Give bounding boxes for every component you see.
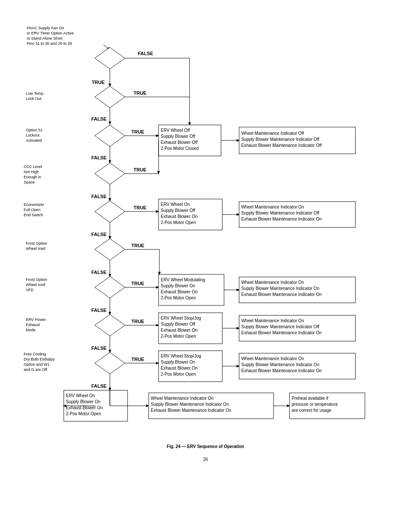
erv-sj-sboff-line4: 2-Pos Motor Open [161, 334, 196, 339]
false-label-d1: FALSE [138, 51, 153, 56]
diamond-5 [95, 201, 125, 222]
diamond-3 [95, 125, 125, 146]
diamond-4 [95, 163, 125, 184]
erv-sj-sbon-line4: 2-Pos Motor Open [161, 372, 196, 376]
erv-off-line3: Exhaust Blower Off [161, 140, 198, 145]
erv-mod-line3: Exhaust Blower On [161, 289, 198, 294]
low-temp-label-2: Lock Out [26, 96, 42, 101]
preheat-line3: are correct for usage [292, 408, 332, 413]
erv-off-line4: 2-Pos Motor Closed [161, 146, 199, 151]
erv-sj-sbon-line2: Supply Blower On [161, 360, 195, 364]
erv-final-line2: Supply Blower On [66, 399, 100, 404]
erv-mod-line1: ERV Wheel Modulating [161, 277, 205, 282]
maint-final-line2: Supply Blower Maintenance Indicator On [151, 402, 229, 407]
erv-mod-line4: 2-Pos Motor Open [161, 296, 196, 300]
maint-on-sboff-line1: Wheel Maintenance Indicator On [241, 205, 304, 209]
co2-label-3: Enough in [24, 175, 41, 179]
erv-sj-sbon-line3: Exhaust Blower On [161, 366, 198, 370]
erv-sj-sboff-line3: Exhaust Blower On [161, 328, 198, 333]
erv-sj-sbon-line1: ERV Wheel Stop/Jog [161, 354, 201, 358]
true-label-d2: TRUE [134, 90, 146, 96]
top-annotation-4: Pins 31 to 30 and 29 to 28 [27, 41, 72, 46]
false-label-d7: FALSE [91, 308, 106, 313]
maint-on-sboff2-line1: Wheel Maintenance Indicator On [241, 318, 304, 323]
maint-on-sboff-line3: Exhaust Blower Maintenance Indicator On [241, 217, 322, 221]
true-label-d5: TRUE [134, 205, 146, 210]
maint-on-sbon2-line3: Exhaust Blower Maintenance Indicator On [241, 368, 322, 373]
false-label-d2: FALSE [91, 116, 106, 121]
maint-on-sbon2-line2: Supply Blower Maintenance Indicator On [241, 362, 319, 367]
diamond-7 [95, 277, 125, 298]
false-label-d6: FALSE [91, 270, 106, 275]
free-cool-label-2: Dry Bulb Enthalpy [24, 357, 55, 361]
diamond-8 [95, 314, 125, 336]
econ-label-3: End Switch [24, 213, 43, 217]
maint-on-sboff2-line3: Exhaust Blower Maintenance Indicator On [241, 330, 322, 335]
true-label-d4: TRUE [134, 167, 146, 172]
option51-label: Option 51 [26, 128, 43, 132]
maint-off-line1: Wheel Maintenance Indicator Off [241, 131, 304, 136]
maint-on-sboff-line2: Supply Blower Maintenance Indicator Off [241, 211, 319, 215]
option51-label-2: Lockout [26, 133, 40, 137]
erv-off-line2: Supply Blower Off [161, 134, 195, 139]
diamond-9 [95, 352, 125, 374]
diamond-1 [95, 47, 125, 69]
top-annotation-3: or Stand Alone Short [27, 36, 63, 40]
maint-off-line2: Supply Blower Maintenance Indicator Off [241, 137, 319, 142]
false-label-d5: FALSE [91, 232, 106, 237]
frost2-label: Frost Option [26, 277, 47, 282]
erv-sb-off-line2: Supply Blower Off [161, 208, 195, 213]
erv-sj-sboff-line2: Supply Blower Off [161, 322, 195, 327]
erv-power-label: ERV Power [26, 317, 46, 322]
frost1-label-2: Wheel Iced [26, 246, 45, 251]
option51-label-3: Activated [26, 138, 42, 143]
false-label-d8: FALSE [91, 345, 106, 351]
frost2-label-2: Wheel Iced [26, 283, 45, 287]
erv-mod-line2: Supply Blower On [161, 283, 195, 288]
false-label-d9: FALSE [91, 383, 106, 389]
page-number: 26 [203, 457, 208, 462]
erv-sb-off-line3: Exhaust Blower On [161, 214, 198, 219]
erv-sj-sboff-line1: ERV Wheel Stop/Jog [161, 316, 201, 320]
diamond-2 [95, 86, 125, 108]
co2-label: CO2 Level [24, 165, 42, 169]
true-label-d8: TRUE [131, 319, 144, 324]
co2-label-2: Not High [24, 170, 39, 174]
maint-on-sbon1-line1: Wheel Maintenance Indicator On [241, 280, 304, 285]
true-label-d6: TRUE [131, 243, 144, 248]
erv-final-line1: ERV Wheel On [66, 393, 95, 398]
econ-label: Economizer [24, 202, 44, 207]
frost2-label-3: VFD [26, 288, 34, 292]
maint-final-line3: Exhaust Blower Maintenance Indicator On [151, 408, 231, 413]
maint-off-line3: Exhaust Blower Maintenance Indicator Off [241, 143, 322, 148]
preheat-line2: pressure or temperature [292, 402, 338, 407]
maint-on-sbon1-line2: Supply Blower Maintenance Indicator On [241, 286, 319, 291]
maint-on-sbon1-line3: Exhaust Blower Maintenance Indicator On [241, 292, 322, 297]
diamond-6 [95, 239, 125, 260]
true-label-d3: TRUE [131, 129, 144, 134]
free-cool-label: Free Cooling [24, 352, 46, 356]
frost1-label: Frost Option [26, 241, 47, 246]
top-annotation-2: or ERV Timer Option Active [27, 31, 74, 35]
erv-final-line3: Exhaust Blower On [66, 405, 103, 410]
top-annotation: HVAC Supply Fan On [27, 26, 64, 30]
true-label-d9: TRUE [131, 357, 144, 362]
co2-label-4: Space [24, 180, 35, 184]
erv-power-label-3: Mode [26, 328, 36, 332]
free-cool-label-3: Option and W1 [24, 362, 50, 367]
erv-final-line4: 2-Pos Motor Open [66, 411, 101, 416]
false-label-d4: FALSE [91, 194, 106, 199]
erv-off-line1: ERV Wheel Off [161, 128, 190, 133]
true-label-d1: TRUE [92, 80, 105, 85]
preheat-line1: Preheat available if [292, 396, 328, 401]
erv-sb-off-line4: 2-Pos Motor Open [161, 220, 196, 225]
true-label-d7: TRUE [131, 281, 144, 286]
maint-final-line1: Wheel Maintenance Indicator On [151, 396, 214, 401]
figure-caption: Fig. 24 — ERV Sequence of Operation [167, 444, 244, 449]
maint-on-sbon2-line1: Wheel Maintenance Indicator On [241, 356, 304, 361]
erv-sb-off-line1: ERV Wheel On [161, 202, 190, 207]
false-label-d3: FALSE [91, 155, 106, 160]
erv-power-label-2: Exhaust [26, 323, 40, 327]
maint-on-sboff2-line2: Supply Blower Maintenance Indicator Off [241, 324, 319, 329]
low-temp-label: Low Temp [26, 91, 44, 96]
